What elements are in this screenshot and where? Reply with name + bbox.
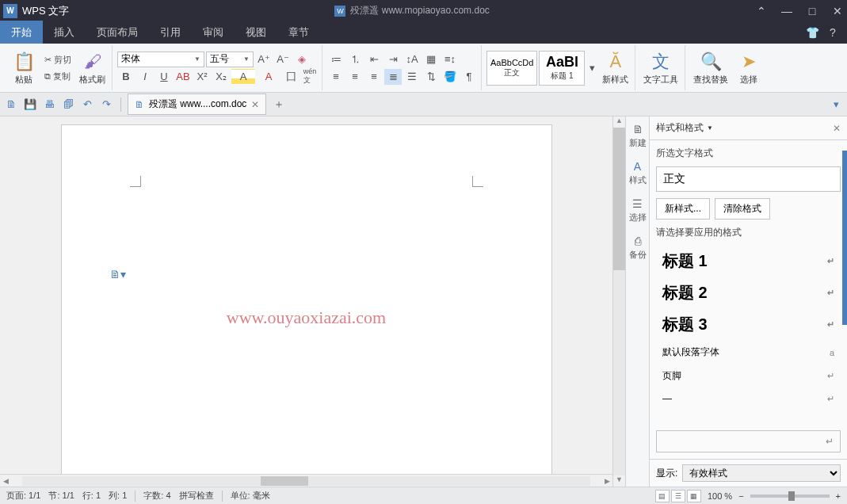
style-item-heading2[interactable]: 标题 2↵ xyxy=(656,277,841,309)
paste-button[interactable]: 📋 粘贴 xyxy=(8,48,40,87)
decrease-indent-button[interactable]: ⇤ xyxy=(365,52,383,67)
view-web-button[interactable]: ▦ xyxy=(687,490,701,502)
print-button[interactable]: 🖶 xyxy=(41,97,57,113)
subscript-button[interactable]: X₂ xyxy=(212,69,230,85)
maximize-icon[interactable]: □ xyxy=(806,5,818,17)
copy-button[interactable]: ⧉复制 xyxy=(41,69,74,84)
horizontal-scrollbar[interactable]: ◀▶ xyxy=(0,474,612,487)
new-tab-button[interactable]: ＋ xyxy=(269,95,288,114)
tab-insert[interactable]: 插入 xyxy=(43,21,86,44)
zoom-label[interactable]: 100 % xyxy=(708,491,732,501)
styles-more-button[interactable]: ▾ xyxy=(586,51,597,86)
redo-button[interactable]: ↷ xyxy=(98,97,114,113)
align-justify-button[interactable]: ≣ xyxy=(384,69,402,85)
shading-button[interactable]: 🪣 xyxy=(441,69,459,85)
panel-scroll-indicator[interactable] xyxy=(842,151,847,325)
grow-font-button[interactable]: A⁺ xyxy=(255,52,273,67)
text-direction-button[interactable]: ↕A xyxy=(403,52,421,67)
side-style-button[interactable]: A样式 xyxy=(629,160,647,186)
underline-button[interactable]: U xyxy=(155,69,173,85)
minimize-icon[interactable]: — xyxy=(780,5,793,17)
font-color-button[interactable]: A xyxy=(257,69,280,85)
style-item-heading3[interactable]: 标题 3↵ xyxy=(656,309,841,341)
find-replace-button[interactable]: 🔍 查找替换 xyxy=(690,48,731,87)
editor-viewport[interactable]: 🗎▾ www.ouyaoxiazai.com xyxy=(0,116,612,474)
zoom-in-button[interactable]: + xyxy=(836,491,841,501)
tab-start[interactable]: 开始 xyxy=(0,21,43,44)
align-left-button[interactable]: ≡ xyxy=(327,69,345,85)
clear-format-button[interactable]: ◈ xyxy=(293,52,311,67)
style-item-heading1[interactable]: 标题 1↵ xyxy=(656,246,841,277)
format-painter-button[interactable]: 🖌 格式刷 xyxy=(76,48,109,87)
new-style-button[interactable]: Ă 新样式 xyxy=(599,48,631,87)
style-normal[interactable]: AaBbCcDd 正文 xyxy=(486,51,537,86)
highlight-button[interactable]: A xyxy=(231,69,255,85)
bold-button[interactable]: B xyxy=(117,69,135,85)
panel-dropdown-icon[interactable]: ▼ xyxy=(707,124,713,132)
document-bar: 🗎 💾 🖶 🗐 ↶ ↷ 🗎 殁漂遥 www....com.doc ✕ ＋ ▾ xyxy=(0,93,847,116)
style-item-cut[interactable]: —↵ xyxy=(656,388,841,410)
style-item-default-para[interactable]: 默认段落字体a xyxy=(656,341,841,365)
document-page[interactable]: 🗎▾ www.ouyaoxiazai.com xyxy=(61,124,552,474)
shrink-font-button[interactable]: A⁻ xyxy=(274,52,292,67)
superscript-button[interactable]: X² xyxy=(193,69,211,85)
undo-button[interactable]: ↶ xyxy=(79,97,95,113)
side-new-button[interactable]: 🗎新建 xyxy=(629,123,647,149)
distribute-button[interactable]: ☰ xyxy=(403,69,421,85)
close-tab-button[interactable]: ✕ xyxy=(251,99,259,110)
status-spell[interactable]: 拼写检查 xyxy=(179,490,214,502)
docbar-menu-button[interactable]: ▾ xyxy=(828,97,844,113)
style-item-footer[interactable]: 页脚↵ xyxy=(656,365,841,388)
char-border-button[interactable]: 囗 xyxy=(282,69,300,85)
restore-down-icon[interactable]: ⌃ xyxy=(755,5,768,17)
align-center-button[interactable]: ≡ xyxy=(346,69,364,85)
cut-button[interactable]: ✂剪切 xyxy=(41,52,74,67)
sort-button[interactable]: ⇅ xyxy=(422,69,440,85)
borders-button[interactable]: ▦ xyxy=(422,52,440,67)
style-heading1[interactable]: AaBl 标题 1 xyxy=(539,51,585,86)
show-filter-select[interactable]: 有效样式 xyxy=(682,464,841,482)
tab-review[interactable]: 审阅 xyxy=(192,21,235,44)
view-outline-button[interactable]: ☰ xyxy=(671,490,685,502)
document-tab[interactable]: 🗎 殁漂遥 www....com.doc ✕ xyxy=(128,94,266,115)
align-right-button[interactable]: ≡ xyxy=(365,69,383,85)
zoom-out-button[interactable]: − xyxy=(738,491,743,501)
zoom-slider[interactable] xyxy=(750,494,830,498)
font-size-combo[interactable]: 五号▼ xyxy=(206,52,254,67)
line-spacing-button[interactable]: ≡↕ xyxy=(441,52,459,67)
style-preview-box[interactable]: ↵ xyxy=(656,430,841,452)
help-icon[interactable]: ? xyxy=(826,26,839,39)
status-page[interactable]: 页面: 1/1 xyxy=(6,490,40,502)
skin-icon[interactable]: 👕 xyxy=(806,26,818,39)
side-select-button[interactable]: ☰选择 xyxy=(629,197,647,223)
panel-clear-format-button[interactable]: 清除格式 xyxy=(715,198,770,220)
text-tools-button[interactable]: 文 文字工具 xyxy=(640,48,681,87)
save-button[interactable]: 💾 xyxy=(22,97,38,113)
tab-view[interactable]: 视图 xyxy=(235,21,277,44)
panel-close-button[interactable]: ✕ xyxy=(833,123,841,134)
italic-button[interactable]: I xyxy=(136,69,154,85)
select-button[interactable]: ➤ 选择 xyxy=(733,48,765,87)
strikethrough-button[interactable]: AB xyxy=(174,69,192,85)
side-backup-button[interactable]: ⎙备份 xyxy=(629,235,647,261)
status-section[interactable]: 节: 1/1 xyxy=(48,490,74,502)
paragraph-mark-icon: ↵ xyxy=(827,319,834,330)
vertical-scrollbar[interactable]: ▲▼ xyxy=(612,116,625,487)
new-doc-button[interactable]: 🗎 xyxy=(3,97,19,113)
tab-references[interactable]: 引用 xyxy=(149,21,192,44)
selected-format-field[interactable]: 正文 xyxy=(656,166,841,192)
bullets-button[interactable]: ≔ xyxy=(327,52,345,67)
numbering-button[interactable]: ⒈ xyxy=(346,52,364,67)
close-icon[interactable]: ✕ xyxy=(831,5,844,17)
font-name-combo[interactable]: 宋体▼ xyxy=(117,52,204,67)
view-print-button[interactable]: ▤ xyxy=(655,490,670,502)
tab-page-layout[interactable]: 页面布局 xyxy=(86,21,149,44)
phonetic-button[interactable]: wén文 xyxy=(301,69,319,85)
panel-new-style-button[interactable]: 新样式... xyxy=(656,198,710,220)
increase-indent-button[interactable]: ⇥ xyxy=(384,52,402,67)
show-marks-button[interactable]: ¶ xyxy=(460,69,478,85)
status-words[interactable]: 字数: 4 xyxy=(143,490,170,502)
print-preview-button[interactable]: 🗐 xyxy=(60,97,76,113)
tab-sections[interactable]: 章节 xyxy=(277,21,320,44)
status-unit[interactable]: 单位: 毫米 xyxy=(231,490,270,502)
